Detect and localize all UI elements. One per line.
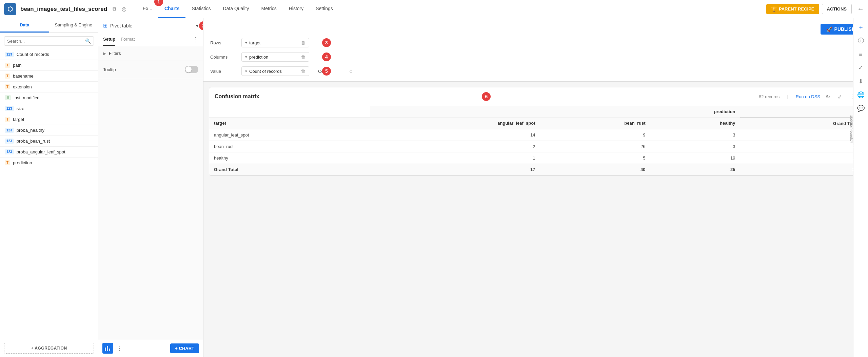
more-options-icon[interactable]: ⋮ <box>192 36 198 43</box>
cell-2-1: 5 <box>540 152 650 164</box>
chat-icon-button[interactable]: 💬 <box>855 102 867 114</box>
field-proba-angular-leaf-spot[interactable]: 123 proba_angular_leaf_spot <box>0 147 98 158</box>
columns-label: Columns <box>210 55 237 60</box>
field-list: 123 Count of records T path T basename T… <box>0 49 98 339</box>
cell-0-0: 14 <box>370 129 540 141</box>
value-config-row: Value ▾ Count of records 🗑 Color ○ 5 <box>210 66 861 76</box>
field-type-badge: T <box>5 160 10 165</box>
field-path[interactable]: T path <box>0 60 98 71</box>
field-type-badge: T <box>5 63 10 68</box>
columns-config-row: Columns ▾ prediction 🗑 4 <box>210 52 861 62</box>
filters-row[interactable]: ▶ Filters <box>98 46 203 61</box>
tab-format[interactable]: Format <box>121 33 135 46</box>
chevron-down-icon: ▾ <box>245 41 247 45</box>
toggle-knob <box>185 66 192 72</box>
columns-pill[interactable]: ▾ prediction 🗑 <box>241 52 309 62</box>
prediction-col-header: prediction <box>370 106 740 118</box>
delete-rows-icon[interactable]: 🗑 <box>301 40 305 45</box>
add-chart-button[interactable]: + CHART <box>170 343 199 353</box>
tooltip-label: Tooltip <box>103 67 182 72</box>
copy-button[interactable]: ⧉ <box>111 5 118 14</box>
page-title: bean_images_test_files_scored <box>20 6 107 13</box>
grand-total-label: Grand Total <box>209 164 370 175</box>
check-icon-button[interactable]: ✓ <box>855 62 867 74</box>
field-prediction[interactable]: T prediction <box>0 158 98 168</box>
delete-value-icon[interactable]: 🗑 <box>301 68 305 74</box>
tab-data[interactable]: Data <box>0 18 49 33</box>
tab-charts[interactable]: Charts <box>158 0 185 18</box>
field-last-modified[interactable]: ⊞ last_modified <box>0 92 98 103</box>
tab-statistics[interactable]: Statistics <box>185 0 217 18</box>
mid-panel: ⊞ Pivot table ▾ 2 Setup Format ⋮ ▶ Filte… <box>98 18 203 357</box>
matrix-title: Confusion matrix <box>215 93 476 100</box>
chart-more-icon[interactable]: ⋮ <box>117 344 123 352</box>
col-grand-total: Grand Total <box>740 118 862 129</box>
step-6-badge: 6 <box>482 92 491 101</box>
grand-total-header-empty <box>740 106 862 118</box>
field-proba-healthy[interactable]: 123 proba_healthy <box>0 125 98 136</box>
refresh-button[interactable]: ↻ <box>824 93 832 101</box>
field-name: size <box>17 106 24 111</box>
tab-history[interactable]: History <box>283 0 310 18</box>
rows-label: Rows <box>210 40 237 45</box>
globe-icon-button[interactable]: 🌐 <box>855 89 867 101</box>
rows-pill[interactable]: ▾ target 🗑 <box>241 38 309 47</box>
share-button[interactable]: ◎ <box>120 4 129 14</box>
search-box: 🔍 <box>4 36 94 46</box>
chart-thumbnail[interactable] <box>102 343 113 354</box>
tab-metrics[interactable]: Metrics <box>255 0 283 18</box>
back-button[interactable]: ← <box>857 5 864 13</box>
field-proba-bean-rust[interactable]: 123 proba_bean_rust <box>0 136 98 147</box>
value-pill[interactable]: ▾ Count of records 🗑 <box>241 66 309 76</box>
field-count-of-records[interactable]: 123 Count of records <box>0 49 98 60</box>
field-type-badge: 123 <box>5 128 14 133</box>
left-panel: Data Sampling & Engine 🔍 123 Count of re… <box>0 18 98 357</box>
rows-value: target <box>249 40 299 45</box>
step-2-badge: 2 <box>199 21 203 30</box>
tab-setup[interactable]: Setup <box>103 33 115 46</box>
aggregation-button[interactable]: + AGGREGATION <box>4 343 94 354</box>
run-on-dss-button[interactable]: Run on DSS <box>796 94 820 99</box>
search-input[interactable] <box>7 39 83 44</box>
expand-collapse-text[interactable]: Expand/Collapse <box>849 115 853 143</box>
topbar-right: 🏆 PARENT RECIPE ACTIONS ← <box>766 4 864 14</box>
tab-explore[interactable]: Ex... 1 <box>137 0 158 18</box>
delete-columns-icon[interactable]: 🗑 <box>301 54 305 60</box>
table-row: angular_leaf_spot 14 9 3 26 <box>209 129 862 141</box>
field-basename[interactable]: T basename <box>0 71 98 82</box>
field-type-badge: 123 <box>5 139 14 144</box>
filters-label: Filters <box>109 51 121 56</box>
tab-data-quality[interactable]: Data Quality <box>217 0 255 18</box>
parent-recipe-button[interactable]: 🏆 PARENT RECIPE <box>766 4 819 14</box>
main-layout: Data Sampling & Engine 🔍 123 Count of re… <box>0 18 868 357</box>
columns-value: prediction <box>249 55 299 60</box>
color-picker-icon[interactable]: ○ <box>349 68 353 75</box>
field-size[interactable]: 123 size <box>0 103 98 114</box>
tooltip-toggle[interactable] <box>185 66 198 73</box>
target-col-header: target <box>209 118 370 129</box>
info-icon-button[interactable]: ⓘ <box>855 35 867 47</box>
row-total-0: 26 <box>740 129 862 141</box>
right-sidebar: ＋ ⓘ ≡ ✓ ⬇ 🌐 💬 <box>853 18 868 357</box>
grand-total-row: Grand Total 17 40 25 82 <box>209 164 862 175</box>
cell-1-1: 26 <box>540 141 650 152</box>
col-angular-leaf-spot: angular_leaf_spot <box>370 118 540 129</box>
chart-config: 🚀 PUBLISH Rows ▾ target 🗑 3 Columns ▾ <box>203 18 868 82</box>
confusion-matrix-table: prediction target angular_leaf_spot bean… <box>209 106 862 175</box>
field-name: basename <box>13 74 34 79</box>
tab-settings[interactable]: Settings <box>310 0 339 18</box>
field-extension[interactable]: T extension <box>0 82 98 92</box>
field-type-badge: 123 <box>5 52 14 57</box>
cell-2-0: 1 <box>370 152 540 164</box>
add-icon-button[interactable]: ＋ <box>855 21 867 33</box>
expand-button[interactable]: ⤢ <box>835 93 844 101</box>
pivot-label: Pivot table <box>110 23 193 28</box>
tab-sampling-engine[interactable]: Sampling & Engine <box>49 18 98 33</box>
download-icon-button[interactable]: ⬇ <box>855 75 867 87</box>
list-icon-button[interactable]: ≡ <box>855 48 867 60</box>
chevron-down-icon[interactable]: ▾ <box>196 23 198 28</box>
cell-1-0: 2 <box>370 141 540 152</box>
field-target[interactable]: T target <box>0 114 98 125</box>
field-name: prediction <box>13 160 32 165</box>
actions-button[interactable]: ACTIONS <box>822 4 852 14</box>
